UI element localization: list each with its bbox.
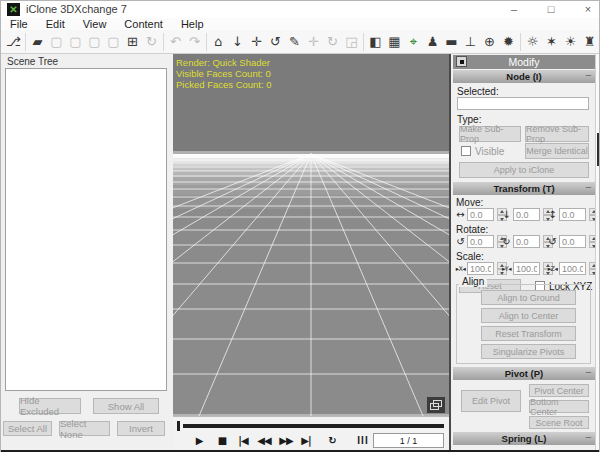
skip-start-button[interactable]: |◀ (234, 433, 252, 448)
maximize-button[interactable]: □ (542, 1, 560, 17)
picked-faces-text: Picked Faces Count: 0 (176, 79, 272, 90)
merge-identical-button[interactable]: Merge Identical (525, 143, 589, 159)
move-label: Move: (456, 197, 483, 208)
wireframe-globe-icon[interactable]: ⊕ (480, 32, 499, 51)
scale-x-field[interactable] (467, 262, 494, 275)
render-mode-text: Render: Quick Shader (176, 57, 272, 68)
select-all-button[interactable]: Select All (3, 421, 52, 436)
rotate-z-field[interactable] (559, 235, 586, 248)
normals-burst-icon[interactable]: ✹ (499, 32, 518, 51)
visible-checkbox[interactable] (461, 146, 471, 156)
plane-toggle-icon[interactable]: ▬ (442, 32, 461, 51)
shader-mode-icon[interactable]: ◧ (366, 32, 385, 51)
point-light-icon[interactable]: ☼ (523, 32, 542, 51)
grid-toggle-icon[interactable]: ▦ (385, 32, 404, 51)
show-all-button[interactable]: Show All (93, 398, 159, 414)
orbit-view-icon[interactable]: ↺ (266, 32, 285, 51)
select-none-button[interactable]: Select None (59, 421, 110, 436)
minimize-button[interactable]: – (505, 1, 523, 17)
export-file-icon-4[interactable]: ▢ (104, 32, 123, 51)
open-file-icon[interactable]: ▰ (28, 32, 47, 51)
home-view-icon[interactable]: ⌂ (209, 32, 228, 51)
undo-icon[interactable]: ↶ (166, 32, 185, 51)
scene-tree-list[interactable] (5, 68, 167, 391)
play-button[interactable]: ▶ (190, 433, 208, 448)
zoom-view-icon[interactable]: ✎ (285, 32, 304, 51)
scale-z-field[interactable] (559, 262, 586, 275)
rewind-button[interactable]: ◀◀ (255, 433, 273, 448)
redo-icon[interactable]: ↷ (185, 32, 204, 51)
reset-transform-button[interactable]: Reset Transform (481, 326, 576, 341)
align-to-center-button[interactable]: Align to Center (481, 308, 576, 323)
selected-input[interactable] (457, 97, 589, 110)
section-header-pivot[interactable]: Pivot (P) – (453, 367, 595, 380)
character-bone-icon[interactable]: ♟ (423, 32, 442, 51)
stop-button[interactable]: ■ (213, 433, 231, 448)
collapse-icon[interactable]: – (586, 181, 591, 192)
menu-content[interactable]: Content (115, 18, 172, 30)
hide-excluded-button[interactable]: Hide Excluded (19, 398, 81, 414)
collapse-icon[interactable]: – (586, 431, 591, 442)
section-header-node[interactable]: Node (I) – (453, 70, 595, 83)
export-file-icon-3[interactable]: ▢ (85, 32, 104, 51)
move-y-field[interactable] (513, 208, 540, 221)
frames-mode-icon[interactable]: III (354, 433, 372, 448)
section-header-spring[interactable]: Spring (L) – (453, 432, 595, 445)
toolbar-separator (25, 33, 26, 51)
stage-building-icon[interactable]: ♜ (580, 32, 599, 51)
pan-view-icon[interactable]: ✛ (247, 32, 266, 51)
remove-subprop-button[interactable]: Remove Sub-Prop (525, 126, 589, 142)
close-button[interactable]: × (579, 1, 597, 17)
viewport-3d[interactable]: Render: Quick Shader Visible Faces Count… (173, 54, 449, 416)
scene-tree-icon[interactable]: ⎇ (4, 32, 23, 51)
export-file-icon-2[interactable]: ▢ (66, 32, 85, 51)
modify-panel-header: Modify (453, 55, 595, 69)
menu-file[interactable]: File (1, 18, 37, 30)
refresh-icon[interactable]: ↻ (142, 32, 161, 51)
timeline-handle[interactable] (177, 421, 180, 431)
scale-y-field[interactable] (513, 262, 540, 275)
rotate-y-field[interactable] (513, 235, 540, 248)
frame-counter[interactable]: 1 / 1 (373, 433, 444, 448)
move-tool-icon[interactable]: ✛ (304, 32, 323, 51)
forward-button[interactable]: ▶▶ (277, 433, 295, 448)
spot-light-icon[interactable]: ✶ (542, 32, 561, 51)
loop-button[interactable]: ↻ (323, 433, 341, 448)
singularize-pivots-button[interactable]: Singularize Pivots (481, 344, 576, 359)
export-file-icon-1[interactable]: ▢ (47, 32, 66, 51)
invert-button[interactable]: Invert (117, 421, 165, 436)
directional-light-icon[interactable]: ☀ (561, 32, 580, 51)
bottom-center-button[interactable]: Bottom Center (529, 400, 589, 413)
playback-bar: ▶ ■ |◀ ◀◀ ▶▶ ▶| ↻ III 1 / 1 (173, 416, 449, 450)
rotate-x-field[interactable] (467, 235, 494, 248)
panel-scrollbar[interactable] (595, 54, 600, 450)
viewport-maximize-icon[interactable] (427, 397, 445, 413)
menu-help[interactable]: Help (172, 18, 213, 30)
scene-root-button[interactable]: Scene Root (529, 416, 589, 429)
menu-edit[interactable]: Edit (37, 18, 74, 30)
menu-view[interactable]: View (74, 18, 116, 30)
axis-toggle-icon[interactable]: ⌖ (404, 32, 423, 51)
pivot-section-title: Pivot (P) (505, 368, 544, 379)
collect-files-icon[interactable]: ⊞ (123, 32, 142, 51)
dock-icon[interactable] (456, 56, 467, 67)
skip-end-button[interactable]: ▶| (297, 433, 315, 448)
collapse-icon[interactable]: – (586, 69, 591, 80)
menu-bar: File Edit View Content Help (1, 18, 600, 30)
fit-view-icon[interactable]: ↓ (228, 32, 247, 51)
rotate-tool-icon[interactable]: ↻ (323, 32, 342, 51)
rotate-x-icon: ↺ (454, 236, 467, 247)
collapse-icon[interactable]: – (586, 366, 591, 377)
timeline-track[interactable] (183, 424, 444, 428)
scale-tool-icon[interactable]: ◲ (342, 32, 361, 51)
pivot-center-button[interactable]: Pivot Center (529, 384, 589, 397)
align-to-ground-button[interactable]: Align to Ground (481, 290, 576, 305)
pivot-toggle-icon[interactable]: ⊥ (461, 32, 480, 51)
edit-pivot-button[interactable]: Edit Pivot (461, 390, 521, 412)
make-subprop-button[interactable]: Make Sub-Prop (459, 126, 521, 142)
move-z-field[interactable] (559, 208, 586, 221)
move-x-field[interactable] (467, 208, 494, 221)
section-header-transform[interactable]: Transform (T) – (453, 182, 595, 195)
render-status-overlay: Render: Quick Shader Visible Faces Count… (176, 57, 272, 90)
apply-to-iclone-button[interactable]: Apply to iClone (459, 162, 589, 178)
